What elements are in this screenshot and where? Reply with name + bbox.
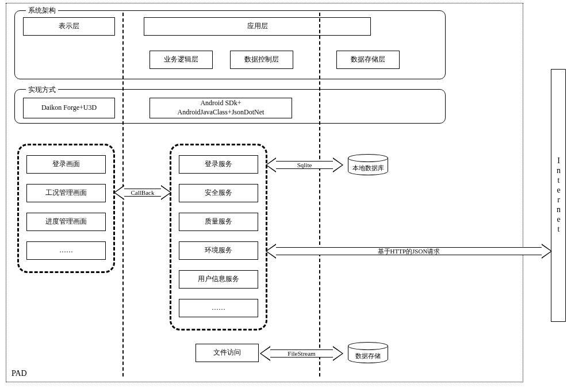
impl-right: Android SDk+ AndroidJavaClass+JsonDotNet	[150, 98, 292, 118]
screen-item-2: 进度管理画面	[26, 213, 106, 231]
application-layer: 应用层	[144, 17, 371, 36]
file-access-box: 文件访问	[195, 344, 259, 362]
business-logic-layer: 业务逻辑层	[150, 51, 213, 69]
http-json-arrow-label: 基于HTTP的JSON请求	[276, 247, 542, 255]
data-control-layer: 数据控制层	[230, 51, 293, 69]
callback-arrow-label: CallBack	[124, 189, 161, 197]
pad-label: PAD	[10, 369, 28, 378]
storage-cylinder: 数据存储	[348, 342, 388, 363]
service-item-0: 登录服务	[179, 155, 258, 174]
vline-2	[319, 13, 320, 376]
impl-title: 实现方式	[26, 85, 58, 95]
sqlite-arrow: Sqlite	[266, 157, 343, 172]
arch-title: 系统架构	[26, 6, 58, 16]
http-json-arrow: 基于HTTP的JSON请求	[266, 244, 552, 259]
screen-item-3: ……	[26, 241, 106, 260]
service-item-1: 安全服务	[179, 184, 258, 202]
presentation-layer: 表示层	[23, 17, 115, 36]
service-item-5: ……	[179, 299, 258, 317]
impl-left: Daikon Forge+U3D	[23, 98, 115, 118]
service-item-4: 用户信息服务	[179, 270, 258, 289]
filestream-arrow-label: FileStream	[270, 349, 333, 358]
internet-label: Internet	[554, 156, 563, 235]
screen-item-0: 登录画面	[26, 155, 106, 174]
sqlite-arrow-label: Sqlite	[276, 161, 333, 169]
screen-item-1: 工况管理画面	[26, 184, 106, 202]
filestream-arrow: FileStream	[260, 346, 343, 361]
callback-arrow: CallBack	[114, 185, 171, 200]
service-item-3: 环境服务	[179, 241, 258, 260]
data-storage-layer: 数据存储层	[336, 51, 400, 69]
local-db-cylinder: 本地数据库	[348, 154, 388, 175]
internet-bar: Internet	[551, 69, 566, 322]
diagram-canvas: PAD 系统架构 表示层 应用层 业务逻辑层 数据控制层 数据存储层 实现方式 …	[0, 0, 575, 392]
service-item-2: 质量服务	[179, 213, 258, 231]
